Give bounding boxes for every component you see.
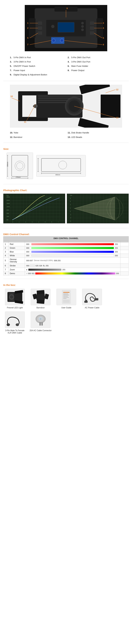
inbox-item-guide: User Guide xyxy=(55,289,78,309)
inbox-label-xlr: 3-Pin Male To Female XLR DMX Cable xyxy=(3,329,26,334)
inbox-item-barndoor: Barndoor xyxy=(29,289,52,309)
hero-section: 9 1 3 2 4 5 6 7 xyxy=(3,2,129,54)
side-label-11: 11. Disk Brake Handle xyxy=(68,131,122,134)
svg-point-176 xyxy=(8,324,9,325)
svg-text:3: 3 xyxy=(32,222,32,222)
inbox-image-guide xyxy=(56,289,76,305)
label-text-4: 3-Pin DMX Out Port xyxy=(71,60,90,64)
dmx-row-demo: 8 Demo ○ 000 001 255 xyxy=(3,272,129,275)
white-bar xyxy=(31,254,114,256)
svg-point-12 xyxy=(52,39,55,42)
divider-5 xyxy=(3,279,129,279)
svg-point-172 xyxy=(96,299,97,300)
inbox-image-ac-cable xyxy=(82,289,102,305)
zoom-bar xyxy=(28,269,61,271)
svg-text:5000: 5000 xyxy=(6,210,9,211)
svg-text:8: 8 xyxy=(103,43,104,46)
divider-3 xyxy=(3,184,129,184)
svg-text:1: 1 xyxy=(82,223,82,223)
dmx-row-blue: 3 Blue 000 255 xyxy=(3,250,129,254)
inbox-section: In the box: Fre xyxy=(3,281,129,337)
size-heading: Size: xyxy=(3,146,129,151)
svg-text:20000: 20000 xyxy=(6,200,9,201)
svg-rect-63 xyxy=(7,153,33,179)
label-text-7: Power Input xyxy=(13,68,25,72)
side-label-text-13: LED Beads xyxy=(71,136,82,139)
chart-box-1: Lux 25000 20000 15000 10000 5000 2500 10… xyxy=(3,194,65,223)
dmx-bar-strobe: 000 025 026 ↯ 255 xyxy=(25,264,121,268)
svg-text:11: 11 xyxy=(24,121,26,123)
dmx-bar-red: 000 255 xyxy=(25,242,121,246)
label-item-4: 4. 3-Pin DMX Out Port xyxy=(68,60,122,64)
svg-rect-17 xyxy=(90,22,94,25)
inbox-image-connector xyxy=(31,312,50,328)
dmx-ch-2: 2 xyxy=(3,246,8,250)
side-label-10: 10. Yoke xyxy=(10,131,64,134)
dmx-name-red: Red xyxy=(8,242,25,246)
svg-rect-16 xyxy=(38,32,42,35)
svg-rect-167 xyxy=(84,301,88,303)
photo-chart-heading: Photographic Chart: xyxy=(3,188,129,192)
dmx-name-dimmer: Dimmer intensity xyxy=(8,258,25,264)
svg-point-8 xyxy=(81,22,84,24)
label-text-8: Power Output xyxy=(71,68,85,72)
dmx-ch-4: 4 xyxy=(3,254,8,258)
svg-text:Lux: Lux xyxy=(6,194,8,196)
hero-image-container: 9 1 3 2 4 5 6 7 xyxy=(25,5,107,51)
svg-text:5: 5 xyxy=(114,223,115,223)
svg-rect-186 xyxy=(41,322,43,326)
svg-rect-161 xyxy=(63,295,69,295)
svg-rect-162 xyxy=(63,296,68,296)
svg-rect-163 xyxy=(63,297,69,298)
svg-text:2: 2 xyxy=(70,208,71,209)
dmx-ch-5: 5 xyxy=(3,258,8,264)
svg-text:0: 0 xyxy=(12,222,13,222)
dmx-table: DMX CONTROL CHANNEL 1 Red 000 xyxy=(3,236,129,276)
svg-rect-39 xyxy=(18,91,22,121)
svg-rect-185 xyxy=(39,322,41,326)
inbox-label-guide: User Guide xyxy=(61,306,71,309)
svg-text:7: 7 xyxy=(58,222,59,222)
svg-rect-6 xyxy=(58,22,74,32)
size-diagrams: 276mm 350mm xyxy=(3,151,129,181)
svg-rect-160 xyxy=(63,294,68,294)
dmx-name-demo: Demo xyxy=(8,272,25,275)
svg-text:500: 500 xyxy=(6,219,8,220)
svg-text:6: 6 xyxy=(122,223,123,223)
dmx-ch-8: 8 xyxy=(3,272,8,275)
dmx-col-range xyxy=(25,240,121,242)
dmx-row-dimmer: 5 Dimmer intensity 000-007 Dimmer intens… xyxy=(3,258,129,264)
svg-rect-43 xyxy=(38,96,81,97)
svg-text:4: 4 xyxy=(106,223,107,223)
svg-text:Lux: Lux xyxy=(70,194,72,196)
dmx-name-zoom: Zoom xyxy=(8,268,25,272)
side-section: 10 11 12 13 xyxy=(3,83,129,129)
svg-point-13 xyxy=(60,39,64,42)
label-text-5: ON/OFF Power Switch xyxy=(13,64,35,68)
svg-text:-2: -2 xyxy=(70,214,71,215)
svg-text:25000: 25000 xyxy=(6,196,9,198)
divider-1 xyxy=(3,81,129,81)
dmx-bar-green: 000 255 xyxy=(25,246,121,250)
label-text-3: 3-Pin DMX In Port xyxy=(13,60,31,64)
label-item-5: 5. ON/OFF Power Switch xyxy=(10,64,64,68)
svg-text:4: 4 xyxy=(38,222,39,222)
blue-bar xyxy=(31,251,114,253)
dmx-col-ch xyxy=(3,240,8,242)
svg-text:12: 12 xyxy=(116,88,118,91)
svg-point-188 xyxy=(39,317,43,320)
svg-text:9: 9 xyxy=(66,7,68,10)
dmx-bar-demo: ○ 000 001 255 xyxy=(25,272,121,275)
svg-rect-165 xyxy=(63,300,69,303)
inbox-items-container: Fresnel LED Light Barndoor xyxy=(3,287,129,336)
svg-text:2: 2 xyxy=(27,27,28,29)
inbox-item-fresnel: Fresnel LED Light xyxy=(3,289,26,309)
inbox-image-xlr xyxy=(5,312,25,328)
side-label-text-11: Disk Brake Handle xyxy=(71,131,89,134)
size-section: Size: 276mm 350mm xyxy=(3,145,129,182)
green-bar xyxy=(31,247,114,249)
label-item-9: 9. Digital Display & Adjustment Button xyxy=(10,73,122,76)
chart-box-2: Lux 8 6 4 2 0 -2 -4 -6 xyxy=(67,194,129,223)
dmx-row-green: 2 Green 000 255 xyxy=(3,246,129,250)
svg-point-177 xyxy=(8,323,8,324)
